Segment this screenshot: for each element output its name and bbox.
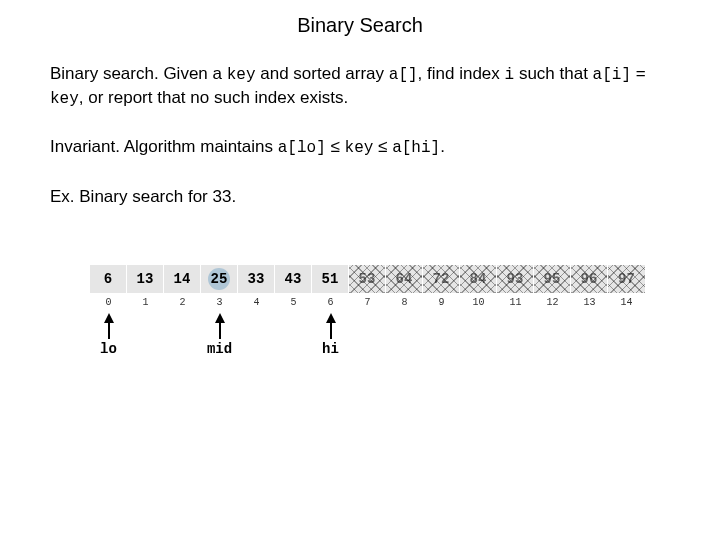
arrow-hi: hi <box>312 313 349 357</box>
array-cell: 64 <box>386 265 423 293</box>
array-cell: 14 <box>164 265 201 293</box>
p3-lead: Ex. <box>50 187 75 206</box>
array-cell-value: 53 <box>359 271 376 287</box>
p2-lead: Invariant. <box>50 137 120 156</box>
array-index: 10 <box>460 293 497 313</box>
array-cell: 33 <box>238 265 275 293</box>
p1-t3: , find index <box>418 64 505 83</box>
array-index: 0 <box>90 293 127 313</box>
array-cell-value: 43 <box>285 271 302 287</box>
p1-c5: key <box>50 90 79 108</box>
p1-c2: a[] <box>389 66 418 84</box>
array-cell-value: 13 <box>137 271 154 287</box>
paragraph-3: Ex. Binary search for 33. <box>50 186 670 209</box>
array-cell: 13 <box>127 265 164 293</box>
arrow-lo: lo <box>90 313 127 357</box>
array-cell-value: 25 <box>211 271 228 287</box>
arrow-mid: mid <box>201 313 238 357</box>
p1-c1: key <box>227 66 256 84</box>
arrow-mid-label: mid <box>201 341 238 357</box>
up-arrow-icon <box>102 313 116 339</box>
array-index: 7 <box>349 293 386 313</box>
array-index: 4 <box>238 293 275 313</box>
array-cell-value: 14 <box>174 271 191 287</box>
array-index: 6 <box>312 293 349 313</box>
arrow-hi-label: hi <box>312 341 349 357</box>
array-diagram: 61314253343515364728493959697 0123456789… <box>90 265 650 363</box>
array-index: 11 <box>497 293 534 313</box>
p1-c3: i <box>505 66 515 84</box>
p1-lead: Binary search. <box>50 64 159 83</box>
array-cell-value: 97 <box>618 271 635 287</box>
array-index: 2 <box>164 293 201 313</box>
array-index: 9 <box>423 293 460 313</box>
p1-c4: a[i] <box>593 66 631 84</box>
body: Binary search. Given a key and sorted ar… <box>0 63 720 209</box>
array-cell: 25 <box>201 265 238 293</box>
p3-t1: Binary search for 33. <box>75 187 237 206</box>
array-index: 13 <box>571 293 608 313</box>
p2-c2: key <box>345 139 374 157</box>
array-cell-value: 51 <box>322 271 339 287</box>
array-cell: 72 <box>423 265 460 293</box>
arrow-row: lomidhi <box>90 313 650 363</box>
array-cell: 84 <box>460 265 497 293</box>
array-index: 14 <box>608 293 645 313</box>
array-cell-value: 6 <box>104 271 112 287</box>
array-cell: 43 <box>275 265 312 293</box>
p1-t6: , or report that no such index exists. <box>79 88 348 107</box>
array-index: 5 <box>275 293 312 313</box>
array-index: 3 <box>201 293 238 313</box>
array-cell-value: 33 <box>248 271 265 287</box>
array-cell: 97 <box>608 265 645 293</box>
p2-c3: a[hi] <box>392 139 440 157</box>
up-arrow-icon <box>213 313 227 339</box>
array-cell: 53 <box>349 265 386 293</box>
array-cell-value: 84 <box>470 271 487 287</box>
array-cell: 51 <box>312 265 349 293</box>
array-cell: 96 <box>571 265 608 293</box>
array-index: 8 <box>386 293 423 313</box>
array-cell-value: 64 <box>396 271 413 287</box>
value-row: 61314253343515364728493959697 <box>90 265 650 293</box>
page-title: Binary Search <box>0 0 720 37</box>
p2-c1: a[lo] <box>278 139 326 157</box>
p1-t4: such that <box>514 64 592 83</box>
p2-t1: Algorithm maintains <box>120 137 278 156</box>
array-cell-value: 72 <box>433 271 450 287</box>
p1-t1: Given a <box>159 64 227 83</box>
paragraph-1: Binary search. Given a key and sorted ar… <box>50 63 670 110</box>
index-row: 01234567891011121314 <box>90 293 650 313</box>
p1-t2: and sorted array <box>256 64 389 83</box>
paragraph-2: Invariant. Algorithm maintains a[lo] ≤ k… <box>50 136 670 160</box>
p2-dot: . <box>440 137 445 156</box>
array-cell-value: 95 <box>544 271 561 287</box>
p2-le1: ≤ <box>326 137 345 156</box>
p2-le2: ≤ <box>373 137 392 156</box>
p1-t5: = <box>631 64 646 83</box>
up-arrow-icon <box>324 313 338 339</box>
array-cell-value: 93 <box>507 271 524 287</box>
array-index: 1 <box>127 293 164 313</box>
array-index: 12 <box>534 293 571 313</box>
array-cell: 6 <box>90 265 127 293</box>
array-cell: 95 <box>534 265 571 293</box>
array-cell-value: 96 <box>581 271 598 287</box>
arrow-lo-label: lo <box>90 341 127 357</box>
array-cell: 93 <box>497 265 534 293</box>
